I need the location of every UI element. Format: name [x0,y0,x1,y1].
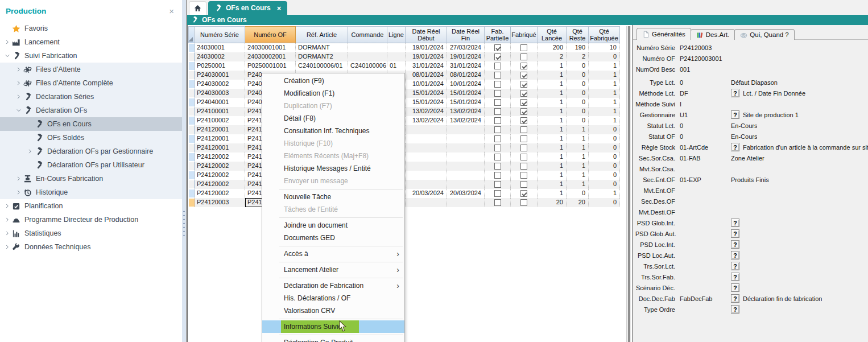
cell-qres[interactable]: 1 [567,162,589,171]
checkbox-unchecked[interactable] [520,145,527,151]
cell-serie[interactable]: P24120001 [195,125,245,134]
cell-fin[interactable]: 08/01/2024 [447,71,485,80]
cell-serie[interactable]: P24120001 [195,134,245,143]
checkbox-unchecked[interactable] [520,44,527,51]
cell-debut[interactable] [406,153,447,162]
sidebar-item-programme-directeur-de-production[interactable]: Programme Directeur de Production [0,213,182,226]
cell-fabp[interactable] [485,180,511,189]
cell-fin[interactable] [447,180,485,189]
cell-qlan[interactable]: 1 [538,71,567,80]
table-row[interactable]: P24120001P241110 [188,125,626,134]
table-row[interactable]: P24100002P24113/02/202413/02/2024101 [188,116,626,125]
cell-serie[interactable]: P24040001 [195,98,245,107]
column-header-qfab[interactable]: Qté Fabriquée [589,26,620,43]
cell-fin[interactable] [447,162,485,171]
cell-fabp[interactable] [485,107,511,116]
column-header-qlan[interactable]: Qté Lancée [538,26,567,43]
help-question-button[interactable]: ? [731,229,739,238]
cell-qlan[interactable]: 1 [538,162,567,171]
help-question-button[interactable]: ? [731,110,739,119]
cell-commande[interactable] [348,52,387,61]
checkbox-unchecked[interactable] [520,163,527,170]
column-header-fab[interactable]: Fabriqué [511,26,538,43]
cell-debut[interactable]: 15/01/2024 [406,98,447,107]
cell-qfab[interactable]: 0 [589,198,620,207]
help-question-button[interactable]: ? [731,283,739,292]
table-row[interactable]: P24120002P241110 [188,162,626,171]
cell-debut[interactable]: 19/01/2024 [406,52,447,61]
cell-qfab[interactable]: 1 [589,89,620,98]
sidebar-splitter[interactable] [182,0,187,342]
cell-qres[interactable]: 1 [567,171,589,180]
cell-qlan[interactable]: 1 [538,116,567,125]
checkbox-checked[interactable] [494,44,501,51]
chevron-right-icon[interactable] [15,67,23,72]
menu-item-lancement-atelier[interactable]: Lancement Atelier› [262,263,404,276]
help-question-button[interactable]: ? [731,240,739,249]
cell-fab[interactable] [511,153,538,162]
table-row[interactable]: P24030001P24008/01/202408/01/2024101 [188,71,626,80]
cell-debut[interactable]: 10/01/2024 [406,80,447,89]
menu-item-valorisation-crv[interactable]: Valorisation CRV [262,304,404,317]
table-row[interactable]: P24040001P24015/01/202415/01/2024101 [188,98,626,107]
checkbox-unchecked[interactable] [494,63,501,69]
cell-fin[interactable] [447,125,485,134]
help-question-button[interactable]: ? [731,273,739,281]
cell-qfab[interactable]: 0 [589,171,620,180]
cell-fin[interactable]: 15/01/2024 [447,89,485,98]
cell-serie[interactable]: P24120002 [195,171,245,180]
cell-qfab[interactable]: 1 [589,80,620,89]
chevron-right-icon[interactable] [3,39,11,45]
sidebar-item-ofs-en-cours[interactable]: OFs en Cours [0,117,182,131]
sidebar-item-declaration-ofs-par-utilisateur[interactable]: Déclaration OFs par Utilisateur [0,158,182,172]
cell-serie[interactable]: 24030002 [195,52,245,61]
menu-item-acces-a[interactable]: Accès à› [262,248,404,260]
cell-qlan[interactable]: 1 [538,153,567,162]
menu-item-his-declarations-of[interactable]: His. Déclarations / OF [262,292,404,304]
detail-tab-qui-quand[interactable]: Qui, Quand ? [734,29,794,40]
cell-serie[interactable]: P24120002 [195,189,245,198]
checkbox-unchecked[interactable] [494,126,501,133]
chevron-right-icon[interactable] [15,176,23,182]
sidebar-item-favoris[interactable]: Favoris [0,22,182,35]
table-row[interactable]: P24120002P24120/03/202420/03/2024101 [188,189,626,198]
cell-qres[interactable]: 1 [567,143,589,153]
cell-fabp[interactable] [485,116,511,125]
table-vertical-scrollbar[interactable] [626,26,631,342]
cell-qfab[interactable]: 0 [589,134,620,143]
cell-qfab[interactable]: 0 [589,125,620,134]
detail-tab-des-art[interactable]: Des.Art. [691,29,735,40]
cell-qres[interactable]: 0 [567,107,589,116]
cell-serie[interactable]: P24120001 [195,143,245,153]
row-indicator-cell[interactable] [188,43,195,52]
cell-serie[interactable]: P24030001 [195,71,245,80]
row-indicator-cell[interactable] [188,71,195,80]
cell-debut[interactable] [406,162,447,171]
cell-fin[interactable]: 20/03/2024 [447,189,485,198]
checkbox-unchecked[interactable] [494,190,501,197]
cell-fin[interactable]: 19/01/2024 [447,52,485,61]
cell-qlan[interactable]: 1 [538,98,567,107]
sidebar-item-declaration-ofs[interactable]: Déclaration OFs [0,104,182,117]
checkbox-unchecked[interactable] [494,72,501,79]
cell-fabp[interactable] [485,52,511,61]
cell-fabp[interactable] [485,71,511,80]
sidebar-item-lancement[interactable]: Lancement [0,35,182,49]
cell-qfab[interactable]: 1 [589,71,620,80]
menu-item-creation-f9[interactable]: Création (F9) [262,75,404,87]
checkbox-checked[interactable] [520,90,527,97]
cell-of[interactable]: 24030001001 [245,43,296,52]
cell-commande[interactable] [348,43,387,52]
chevron-right-icon[interactable] [15,80,23,86]
cell-debut[interactable]: 08/01/2024 [406,71,447,80]
checkbox-unchecked[interactable] [494,199,501,206]
cell-qfab[interactable]: 0 [589,153,620,162]
menu-item-modification-f1[interactable]: Modification (F1) [262,87,404,100]
menu-item-joindre-un-document[interactable]: Joindre un document [262,219,404,232]
checkbox-unchecked[interactable] [494,81,501,88]
checkbox-checked[interactable] [520,108,527,115]
checkbox-unchecked[interactable] [520,154,527,160]
row-indicator-cell[interactable] [188,98,195,107]
cell-qres[interactable]: 0 [567,89,589,98]
help-question-button[interactable]: ? [731,262,739,270]
